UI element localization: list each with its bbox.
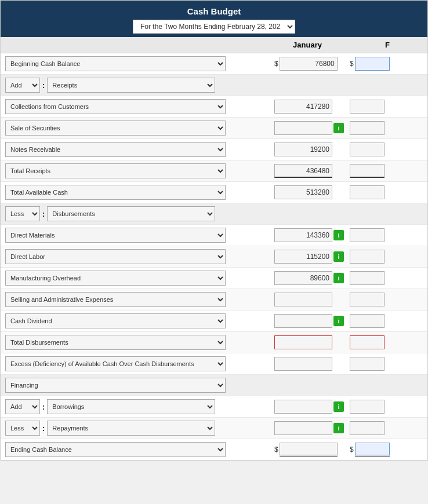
cash-dividend-feb-input[interactable] [350, 314, 385, 328]
notes-receivable-label-cell: Notes Receivable [5, 142, 272, 157]
add-receipts-select[interactable]: Add [5, 78, 40, 93]
borrowings-type-select[interactable]: Borrowings [47, 399, 215, 414]
ending-cash-balance-label-cell: Ending Cash Balance [5, 442, 272, 457]
manufacturing-overhead-jan-cell: i [272, 271, 347, 285]
beginning-cash-jan-input[interactable] [280, 57, 338, 71]
less-repayments-select[interactable]: Less [5, 421, 40, 436]
sale-securities-jan-input[interactable] [274, 121, 332, 135]
total-receipts-feb-input[interactable] [350, 164, 385, 178]
total-disbursements-jan-cell [272, 335, 347, 349]
borrowings-label-cell: Add : Borrowings [5, 399, 272, 414]
colon-disbursements: : [42, 210, 45, 218]
direct-labor-jan-cell: i [272, 250, 347, 264]
borrowings-info-btn[interactable]: i [333, 401, 344, 412]
selling-admin-jan-input[interactable] [274, 293, 332, 306]
manufacturing-overhead-select[interactable]: Manufacturing Overhead [5, 271, 226, 286]
direct-labor-feb-input[interactable] [350, 250, 385, 264]
excess-deficiency-feb-cell [347, 357, 405, 371]
repayments-feb-input[interactable] [350, 421, 385, 435]
period-select[interactable]: For the Two Months Ending February 28, 2… [133, 20, 295, 34]
manufacturing-overhead-feb-input[interactable] [350, 271, 385, 285]
sale-securities-select[interactable]: Sale of Securities [5, 120, 226, 136]
total-receipts-jan-cell [272, 164, 347, 178]
beginning-cash-jan-cell: $ [272, 57, 347, 71]
cash-dividend-info-btn[interactable]: i [333, 316, 344, 326]
borrowings-jan-input[interactable] [274, 400, 332, 414]
collections-select[interactable]: Collections from Customers [5, 99, 226, 114]
direct-labor-row: Direct Labor i [1, 246, 427, 268]
direct-materials-feb-input[interactable] [350, 228, 385, 242]
beginning-cash-feb-input[interactable] [355, 57, 390, 71]
sale-securities-info-btn[interactable]: i [333, 123, 344, 133]
collections-label-cell: Collections from Customers [5, 99, 272, 114]
ending-cash-feb-cell: $ [347, 443, 405, 456]
cash-dividend-row: Cash Dividend i [1, 311, 427, 332]
total-available-label-cell: Total Available Cash [5, 185, 272, 200]
collections-jan-input[interactable] [274, 100, 332, 114]
receipts-type-select[interactable]: Receipts [47, 78, 215, 93]
excess-deficiency-feb-input[interactable] [350, 357, 385, 371]
direct-labor-info-btn[interactable]: i [333, 251, 344, 262]
borrowings-row: Add : Borrowings i [1, 396, 427, 418]
excess-deficiency-jan-input[interactable] [274, 357, 332, 371]
notes-receivable-select[interactable]: Notes Receivable [5, 142, 226, 157]
total-disbursements-jan-input[interactable] [274, 335, 332, 349]
less-disbursements-select[interactable]: Less [5, 206, 40, 221]
direct-labor-jan-input[interactable] [274, 250, 332, 264]
direct-labor-select[interactable]: Direct Labor [5, 249, 226, 264]
repayments-type-select[interactable]: Repayments [47, 421, 215, 436]
manufacturing-overhead-row: Manufacturing Overhead i [1, 268, 427, 289]
disbursements-type-select[interactable]: Disbursements [47, 206, 215, 221]
cash-dividend-jan-input[interactable] [274, 314, 332, 328]
excess-deficiency-row: Excess (Deficiency) of Available Cash Ov… [1, 353, 427, 375]
notes-receivable-jan-cell [272, 143, 347, 156]
disbursements-section-row: Less : Disbursements [1, 203, 427, 225]
ending-cash-jan-cell: $ [272, 443, 347, 456]
total-available-jan-cell [272, 185, 347, 199]
dollar-sign-4: $ [350, 445, 354, 454]
notes-receivable-feb-input[interactable] [350, 143, 385, 156]
manufacturing-overhead-label-cell: Manufacturing Overhead [5, 271, 272, 286]
manufacturing-overhead-info-btn[interactable]: i [333, 273, 344, 283]
dollar-sign-3: $ [274, 445, 278, 454]
collections-feb-cell [347, 100, 405, 114]
repayments-label-cell: Less : Repayments [5, 421, 272, 436]
repayments-jan-input[interactable] [274, 421, 332, 435]
excess-deficiency-select[interactable]: Excess (Deficiency) of Available Cash Ov… [5, 356, 226, 371]
total-available-jan-input[interactable] [274, 185, 332, 199]
selling-admin-row: Selling and Administrative Expenses [1, 289, 427, 311]
borrowings-feb-input[interactable] [350, 400, 385, 414]
ending-cash-jan-input[interactable] [280, 443, 338, 456]
sale-securities-jan-cell: i [272, 121, 347, 135]
collections-feb-input[interactable] [350, 100, 385, 114]
direct-materials-select[interactable]: Direct Materials [5, 228, 226, 243]
total-disbursements-feb-input[interactable] [350, 335, 385, 349]
sale-securities-feb-cell [347, 121, 405, 135]
disbursements-label-cell: Less : Disbursements [5, 206, 272, 221]
total-available-select[interactable]: Total Available Cash [5, 185, 226, 200]
selling-admin-select[interactable]: Selling and Administrative Expenses [5, 292, 226, 307]
total-receipts-row: Total Receipts [1, 160, 427, 182]
selling-admin-feb-input[interactable] [350, 293, 385, 306]
total-receipts-jan-input[interactable] [274, 164, 332, 178]
direct-labor-label-cell: Direct Labor [5, 249, 272, 264]
total-available-row: Total Available Cash [1, 182, 427, 203]
beginning-cash-balance-select[interactable]: Beginning Cash Balance [5, 56, 226, 71]
direct-materials-jan-input[interactable] [274, 228, 332, 242]
ending-cash-feb-input[interactable] [355, 443, 390, 456]
total-disbursements-select[interactable]: Total Disbursements [5, 335, 226, 350]
manufacturing-overhead-jan-input[interactable] [274, 271, 332, 285]
direct-materials-info-btn[interactable]: i [333, 230, 344, 240]
sale-securities-feb-input[interactable] [350, 121, 385, 135]
selling-admin-label-cell: Selling and Administrative Expenses [5, 292, 272, 307]
sale-securities-row: Sale of Securities i [1, 118, 427, 139]
notes-receivable-jan-input[interactable] [274, 143, 332, 156]
cash-dividend-select[interactable]: Cash Dividend [5, 313, 226, 328]
repayments-info-btn[interactable]: i [333, 423, 344, 433]
total-available-feb-input[interactable] [350, 185, 385, 199]
add-borrowings-select[interactable]: Add [5, 399, 40, 414]
notes-receivable-row: Notes Receivable [1, 139, 427, 160]
financing-select[interactable]: Financing [5, 378, 226, 393]
ending-cash-balance-select[interactable]: Ending Cash Balance [5, 442, 226, 457]
total-receipts-select[interactable]: Total Receipts [5, 163, 226, 178]
